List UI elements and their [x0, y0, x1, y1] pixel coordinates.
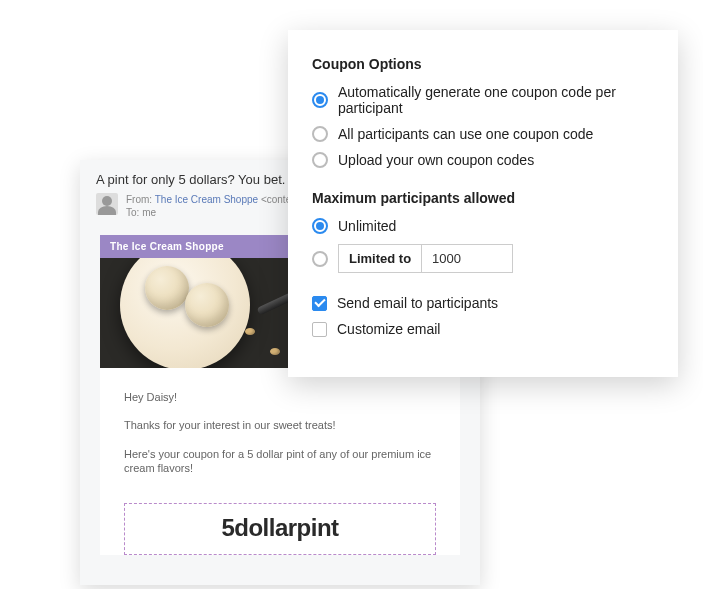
coupon-option-label: Automatically generate one coupon code p…	[338, 84, 654, 116]
radio-icon	[312, 251, 328, 267]
max-limited-option[interactable]: Limited to	[312, 244, 654, 273]
radio-icon	[312, 126, 328, 142]
coupon-option-label: All participants can use one coupon code	[338, 126, 593, 142]
coupon-option-auto[interactable]: Automatically generate one coupon code p…	[312, 84, 654, 116]
limit-prefix: Limited to	[339, 245, 422, 272]
to-label: To:	[126, 207, 139, 218]
limit-value-input[interactable]	[422, 245, 512, 272]
limit-input-group: Limited to	[338, 244, 513, 273]
to-value: me	[142, 207, 156, 218]
radio-icon	[312, 92, 328, 108]
customize-email-label: Customize email	[337, 321, 440, 337]
coupon-option-shared[interactable]: All participants can use one coupon code	[312, 126, 654, 142]
max-participants-title: Maximum participants allowed	[312, 190, 654, 206]
coupon-options-title: Coupon Options	[312, 56, 654, 72]
customize-email-checkbox[interactable]: Customize email	[312, 321, 654, 337]
radio-icon	[312, 152, 328, 168]
checkbox-icon	[312, 322, 327, 337]
from-label: From:	[126, 194, 152, 205]
coupon-box: 5dollarpint	[124, 503, 436, 555]
greeting: Hey Daisy!	[124, 390, 436, 404]
send-email-label: Send email to participants	[337, 295, 498, 311]
coupon-code: 5dollarpint	[125, 514, 435, 542]
body-line-2: Here's your coupon for a 5 dollar pint o…	[124, 447, 436, 476]
coupon-options-panel: Coupon Options Automatically generate on…	[288, 30, 678, 377]
max-unlimited-label: Unlimited	[338, 218, 396, 234]
from-name[interactable]: The Ice Cream Shoppe	[155, 194, 258, 205]
radio-icon	[312, 218, 328, 234]
email-body-text: Hey Daisy! Thanks for your interest in o…	[100, 368, 460, 499]
avatar	[96, 193, 118, 215]
checkbox-icon	[312, 296, 327, 311]
max-unlimited-option[interactable]: Unlimited	[312, 218, 654, 234]
body-line-1: Thanks for your interest in our sweet tr…	[124, 418, 436, 432]
send-email-checkbox[interactable]: Send email to participants	[312, 295, 654, 311]
coupon-option-label: Upload your own coupon codes	[338, 152, 534, 168]
coupon-option-upload[interactable]: Upload your own coupon codes	[312, 152, 654, 168]
